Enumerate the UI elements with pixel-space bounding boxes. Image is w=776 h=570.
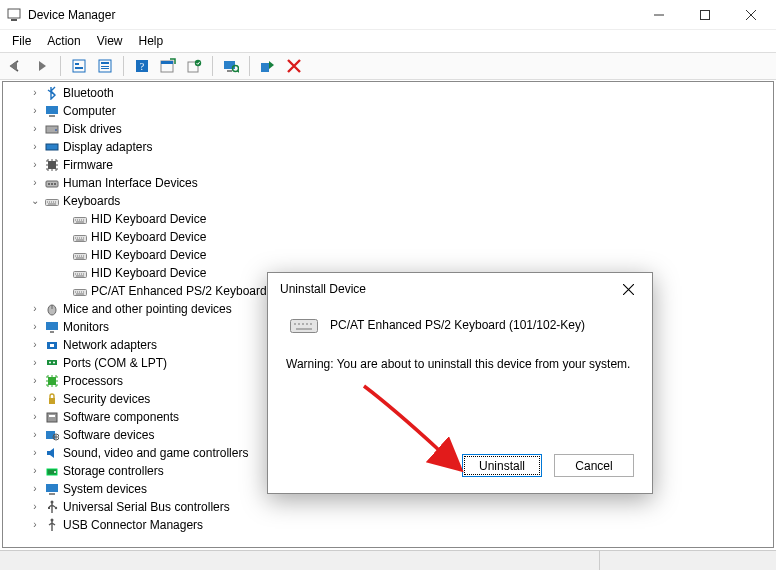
toolbar-properties-icon[interactable] xyxy=(93,55,117,77)
svg-rect-17 xyxy=(227,70,232,72)
usb-icon xyxy=(43,500,61,514)
cancel-button[interactable]: Cancel xyxy=(554,454,634,477)
svg-text:?: ? xyxy=(140,61,145,72)
tree-label: Ports (COM & LPT) xyxy=(61,354,167,372)
tree-node-hid[interactable]: › Human Interface Devices xyxy=(3,174,773,192)
tree-node-disk-drives[interactable]: › Disk drives xyxy=(3,120,773,138)
svg-rect-27 xyxy=(48,183,50,185)
tree-label: Human Interface Devices xyxy=(61,174,198,192)
menu-help[interactable]: Help xyxy=(131,32,172,50)
toolbar-uninstall-icon[interactable] xyxy=(282,55,306,77)
expander-icon[interactable]: › xyxy=(27,390,43,408)
maximize-button[interactable] xyxy=(682,0,728,30)
tree-node-usb-controllers[interactable]: › Universal Serial Bus controllers xyxy=(3,498,773,516)
svg-point-51 xyxy=(54,471,56,473)
expander-icon[interactable]: › xyxy=(27,372,43,390)
svg-rect-9 xyxy=(101,68,109,69)
tree-label: System devices xyxy=(61,480,147,498)
expander-icon[interactable]: › xyxy=(27,138,43,156)
toolbar-enable-icon[interactable] xyxy=(256,55,280,77)
tree-node-hid-keyboard-2[interactable]: HID Keyboard Device xyxy=(3,228,773,246)
svg-rect-4 xyxy=(75,63,79,65)
storage-icon xyxy=(43,464,61,478)
expander-collapse-icon[interactable]: ⌄ xyxy=(27,192,43,210)
tree-label: Universal Serial Bus controllers xyxy=(61,498,230,516)
tree-label: HID Keyboard Device xyxy=(89,228,206,246)
security-icon xyxy=(43,392,61,406)
keyboard-icon xyxy=(43,194,61,208)
keyboard-icon xyxy=(71,230,89,244)
svg-rect-19 xyxy=(261,63,269,72)
svg-rect-41 xyxy=(47,360,57,365)
svg-rect-3 xyxy=(73,60,85,72)
uninstall-button[interactable]: Uninstall xyxy=(462,454,542,477)
expander-icon[interactable]: › xyxy=(27,156,43,174)
expander-icon[interactable]: › xyxy=(27,516,43,534)
svg-rect-24 xyxy=(46,144,58,150)
uninstall-dialog: Uninstall Device PC/AT Enhanced PS/2 Key… xyxy=(267,272,653,494)
minimize-button[interactable] xyxy=(636,0,682,30)
nav-back-button[interactable] xyxy=(4,55,28,77)
expander-icon[interactable]: › xyxy=(27,120,43,138)
toolbar-action-icon[interactable] xyxy=(156,55,180,77)
svg-point-23 xyxy=(55,129,57,131)
usb-connector-icon xyxy=(43,518,61,532)
menu-view[interactable]: View xyxy=(89,32,131,50)
expander-icon[interactable]: › xyxy=(27,174,43,192)
expander-icon[interactable]: › xyxy=(27,426,43,444)
tree-label: Monitors xyxy=(61,318,109,336)
keyboard-icon xyxy=(290,315,318,335)
expander-icon[interactable]: › xyxy=(27,498,43,516)
tree-node-computer[interactable]: › Computer xyxy=(3,102,773,120)
expander-icon[interactable]: › xyxy=(27,408,43,426)
toolbar-scan-icon[interactable] xyxy=(219,55,243,77)
tree-node-usb-connector[interactable]: › USB Connector Managers xyxy=(3,516,773,534)
expander-icon[interactable]: › xyxy=(27,336,43,354)
tree-label: Software components xyxy=(61,408,179,426)
expander-icon[interactable]: › xyxy=(27,318,43,336)
network-icon xyxy=(43,338,61,352)
toolbar-folder-tree-icon[interactable] xyxy=(67,55,91,77)
expander-icon[interactable]: › xyxy=(27,84,43,102)
svg-rect-13 xyxy=(161,61,173,64)
disk-icon xyxy=(43,122,61,136)
tree-label: Firmware xyxy=(61,156,113,174)
toolbar-update-driver-icon[interactable] xyxy=(182,55,206,77)
svg-rect-1 xyxy=(11,19,17,21)
tree-node-keyboards[interactable]: ⌄ Keyboards xyxy=(3,192,773,210)
expander-icon[interactable]: › xyxy=(27,480,43,498)
svg-point-54 xyxy=(51,501,54,504)
mouse-icon xyxy=(43,302,61,316)
tree-label: Disk drives xyxy=(61,120,122,138)
nav-forward-button[interactable] xyxy=(30,55,54,77)
expander-icon[interactable]: › xyxy=(27,462,43,480)
menu-file[interactable]: File xyxy=(4,32,39,50)
expander-icon[interactable]: › xyxy=(27,102,43,120)
tree-node-hid-keyboard-1[interactable]: HID Keyboard Device xyxy=(3,210,773,228)
svg-rect-28 xyxy=(51,183,53,185)
dialog-close-button[interactable] xyxy=(608,275,648,303)
svg-rect-5 xyxy=(75,67,83,69)
expander-icon[interactable]: › xyxy=(27,300,43,318)
svg-rect-40 xyxy=(50,344,54,347)
svg-point-43 xyxy=(53,362,55,364)
keyboard-icon xyxy=(71,266,89,280)
svg-rect-0 xyxy=(8,9,20,18)
svg-rect-8 xyxy=(101,66,109,67)
expander-icon[interactable]: › xyxy=(27,354,43,372)
app-icon xyxy=(6,7,22,23)
expander-icon[interactable]: › xyxy=(27,444,43,462)
tree-node-bluetooth[interactable]: › Bluetooth xyxy=(3,84,773,102)
menu-action[interactable]: Action xyxy=(39,32,88,50)
dialog-titlebar: Uninstall Device xyxy=(268,273,652,305)
tree-node-hid-keyboard-3[interactable]: HID Keyboard Device xyxy=(3,246,773,264)
sound-icon xyxy=(43,446,61,460)
close-button[interactable] xyxy=(728,0,774,30)
svg-rect-44 xyxy=(48,377,56,385)
bluetooth-icon xyxy=(43,86,61,100)
hid-icon xyxy=(43,176,61,190)
monitor-icon xyxy=(43,320,61,334)
tree-node-display-adapters[interactable]: › Display adapters xyxy=(3,138,773,156)
tree-node-firmware[interactable]: › Firmware xyxy=(3,156,773,174)
toolbar-help-icon[interactable]: ? xyxy=(130,55,154,77)
